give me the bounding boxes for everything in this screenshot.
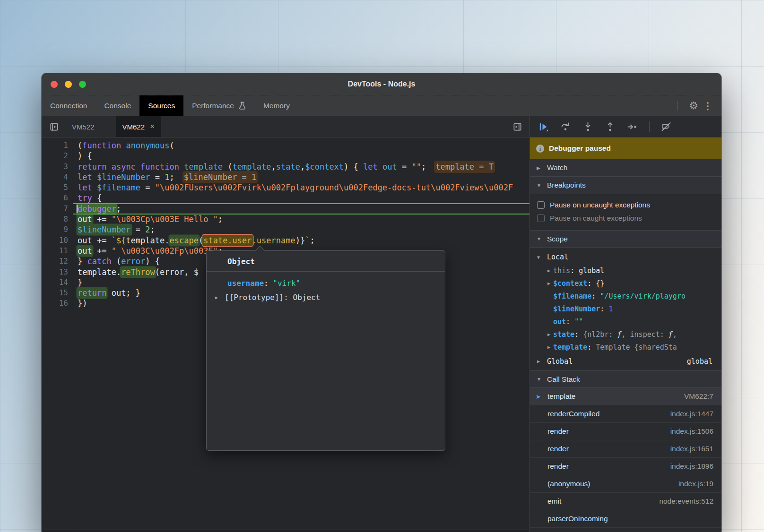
- scope-section-header[interactable]: ▼ Scope: [530, 230, 721, 248]
- call-stack-frame[interactable]: ➤templateVM622:7: [530, 388, 721, 405]
- disclosure-triangle-icon[interactable]: ▶: [547, 281, 553, 286]
- pause-uncaught-exceptions-row[interactable]: Pause on uncaught exceptions: [530, 198, 721, 212]
- breakpoints-section-header[interactable]: ▼ Breakpoints: [530, 177, 721, 194]
- code-token: escape: [170, 236, 199, 245]
- disclosure-triangle-icon[interactable]: ▶: [547, 344, 553, 350]
- settings-gear-icon[interactable]: ⚙: [686, 100, 702, 112]
- line-content: debugger;: [73, 204, 530, 214]
- line-number[interactable]: 5: [42, 182, 73, 193]
- scope-item[interactable]: ▶$context: {}: [530, 277, 721, 290]
- scope-group-label: Global: [543, 357, 573, 366]
- call-stack-frame[interactable]: renderindex.js:1896: [530, 458, 721, 475]
- code-token: function: [82, 141, 121, 150]
- scope-group-local[interactable]: ▼ Local: [530, 250, 721, 264]
- scope-item[interactable]: out: "": [530, 315, 721, 328]
- property-value: "virk": [273, 279, 300, 288]
- text-caret: [77, 205, 78, 213]
- scope-item[interactable]: ▶state: {nl2br: ƒ, inspect: ƒ,: [530, 328, 721, 341]
- call-stack-frame[interactable]: renderCompiledindex.js:1447: [530, 405, 721, 423]
- disclosure-triangle-icon[interactable]: ▶: [537, 359, 543, 364]
- scope-item-text: ,: [622, 330, 630, 339]
- frame-function-name: template: [547, 392, 575, 401]
- resume-script-button[interactable]: [538, 121, 549, 132]
- watch-section-header[interactable]: ▶ Watch: [530, 159, 721, 177]
- disclosure-triangle-icon[interactable]: ▶: [547, 268, 553, 273]
- toggle-navigator-icon[interactable]: [49, 122, 59, 132]
- file-tab-vm522[interactable]: VM522: [72, 123, 95, 131]
- close-tab-icon[interactable]: ×: [150, 122, 155, 131]
- toggle-debugger-sidebar-icon[interactable]: [512, 122, 522, 132]
- step-out-button[interactable]: [605, 121, 616, 132]
- window-controls: [51, 73, 86, 95]
- disclosure-triangle-icon[interactable]: ▼: [537, 255, 543, 260]
- checkbox-unchecked[interactable]: [537, 201, 545, 209]
- code-token: $filename: [97, 183, 140, 192]
- line-content: try {: [73, 193, 530, 203]
- disclosure-triangle-icon[interactable]: ▶: [215, 295, 225, 300]
- line-number[interactable]: 11: [42, 246, 73, 256]
- line-content: ) {: [73, 151, 530, 161]
- line-number[interactable]: 3: [42, 162, 73, 172]
- more-options-kebab-icon[interactable]: ⋮: [702, 100, 714, 112]
- line-number[interactable]: 7: [42, 204, 73, 214]
- call-stack-section-header[interactable]: ▼ Call Stack: [530, 370, 721, 388]
- line-number[interactable]: 12: [42, 256, 73, 266]
- file-tab-vm622[interactable]: VM622 ×: [116, 116, 161, 137]
- call-stack-frame[interactable]: (anonymous)index.js:19: [530, 475, 721, 493]
- disclosure-triangle-icon[interactable]: ▶: [547, 332, 553, 337]
- code-token: template = T: [435, 162, 494, 172]
- close-window-button[interactable]: [51, 81, 58, 88]
- title-bar[interactable]: DevTools - Node.js: [42, 73, 721, 95]
- scope-item[interactable]: $lineNumber: 1: [530, 302, 721, 315]
- line-number[interactable]: 1: [42, 140, 73, 151]
- line-number[interactable]: 15: [42, 288, 73, 298]
- scope-item-text: 1: [608, 305, 613, 313]
- zoom-window-button[interactable]: [79, 81, 86, 88]
- line-number[interactable]: 13: [42, 267, 73, 277]
- line-number[interactable]: 8: [42, 214, 73, 224]
- scope-item[interactable]: ▶this: global: [530, 264, 721, 277]
- scope-item[interactable]: ▶template: Template {sharedSta: [530, 341, 721, 353]
- hovered-expression[interactable]: state.user: [203, 236, 252, 245]
- code-token: out: [78, 215, 92, 224]
- sources-panel: VM522 VM622 × 1(function anonymous(2) {3…: [42, 116, 721, 532]
- line-number[interactable]: 4: [42, 172, 73, 182]
- tab-sources[interactable]: Sources: [139, 95, 183, 116]
- disclosure-triangle-icon[interactable]: ▼: [537, 236, 542, 241]
- line-number[interactable]: 6: [42, 193, 73, 203]
- tab-memory[interactable]: Memory: [255, 95, 298, 116]
- tab-connection[interactable]: Connection: [42, 95, 96, 116]
- line-number[interactable]: 10: [42, 235, 73, 246]
- call-stack-list: ➤templateVM622:7renderCompiledindex.js:1…: [530, 388, 721, 532]
- line-number[interactable]: 2: [42, 151, 73, 161]
- step-over-button[interactable]: [560, 121, 571, 132]
- minimize-window-button[interactable]: [65, 81, 72, 88]
- deactivate-breakpoints-button[interactable]: [661, 121, 672, 132]
- line-number[interactable]: 9: [42, 224, 73, 235]
- scope-group-global[interactable]: ▶ Globalglobal: [530, 353, 721, 369]
- line-number[interactable]: 16: [42, 298, 73, 309]
- call-stack-frame[interactable]: renderindex.js:1506: [530, 423, 721, 440]
- code-token: reThrow: [121, 267, 155, 277]
- step-button[interactable]: [627, 121, 638, 132]
- scope-item[interactable]: $filename: "/Users/virk/playgro: [530, 290, 721, 302]
- line-number[interactable]: 14: [42, 277, 73, 288]
- disclosure-triangle-icon[interactable]: ▼: [537, 183, 542, 188]
- pause-caught-exceptions-row[interactable]: Pause on caught exceptions: [530, 212, 721, 225]
- call-stack-frame[interactable]: emitnode:events:512: [530, 493, 721, 510]
- tab-performance[interactable]: Performance: [183, 95, 255, 116]
- devtools-window: DevTools - Node.js Connection Console So…: [42, 73, 721, 532]
- code-token: =: [150, 172, 165, 182]
- popover-prototype-row[interactable]: ▶[[Prototype]]: Object: [207, 293, 445, 302]
- code-token: [136, 162, 140, 172]
- frame-location: index.js:1896: [666, 462, 713, 471]
- scope-item-text: "": [574, 317, 583, 326]
- code-token: (: [170, 141, 174, 150]
- call-stack-frame[interactable]: renderindex.js:1651: [530, 440, 721, 458]
- step-into-button[interactable]: [582, 121, 593, 132]
- code-editor[interactable]: 1(function anonymous(2) {3return async f…: [42, 137, 530, 530]
- tab-console[interactable]: Console: [96, 95, 139, 116]
- disclosure-triangle-icon[interactable]: ▶: [537, 165, 542, 171]
- disclosure-triangle-icon[interactable]: ▼: [537, 377, 542, 382]
- call-stack-frame[interactable]: parserOnIncoming: [530, 510, 721, 528]
